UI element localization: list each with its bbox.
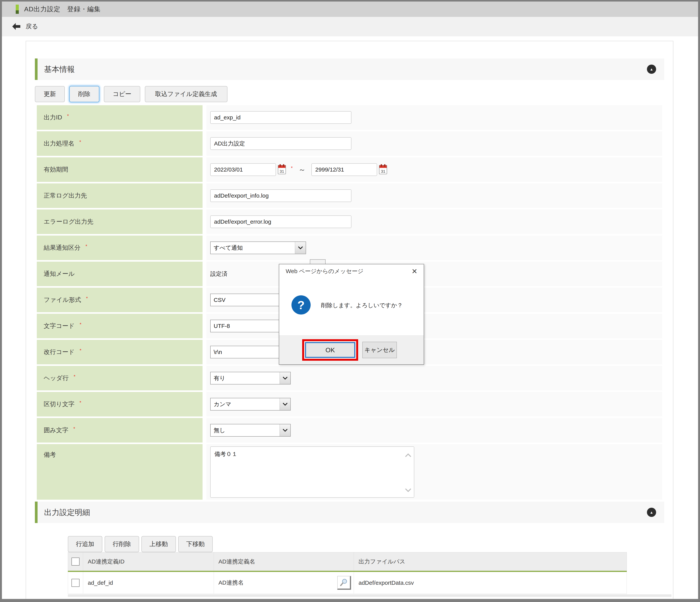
output-id-input[interactable] — [210, 111, 351, 124]
required-mark: * — [67, 113, 69, 119]
newline-select[interactable]: \r\n — [210, 346, 291, 358]
required-mark: * — [291, 166, 293, 171]
info-log-label: 正常ログ出力先 — [44, 192, 87, 200]
note-textarea[interactable]: 備考０１ — [210, 446, 414, 498]
notify-type-select[interactable]: すべて通知 — [210, 242, 306, 254]
col-header-def-id: AD連携定義ID — [83, 552, 214, 571]
question-icon: ? — [292, 295, 310, 315]
add-row-button[interactable]: 行追加 — [68, 536, 102, 552]
required-mark: * — [74, 374, 75, 379]
ok-button[interactable]: OK — [305, 342, 355, 358]
row-valid-period: 有効期間 31 * ～ 31 — [37, 157, 662, 182]
search-icon — [340, 578, 348, 587]
move-up-button[interactable]: 上移動 — [142, 536, 176, 552]
row-notify-type: 結果通知区分* すべて通知 — [37, 235, 662, 260]
chevron-down-icon — [280, 424, 290, 436]
app-window: AD出力設定 登録・編集 戻る 基本情報 ▲ 更新 削除 コピー 取込ファイル定… — [0, 0, 700, 602]
row-delimiter: 区切り文字* カンマ — [37, 392, 662, 417]
charset-label: 文字コード — [44, 322, 75, 330]
search-picker-button[interactable] — [337, 576, 351, 590]
detail-toolbar: 行追加 行削除 上移動 下移動 — [68, 536, 664, 552]
table-row: ad_def_id AD連携名 adDef/exportData.csv — [68, 572, 627, 594]
delimiter-label: 区切り文字 — [44, 400, 75, 408]
basic-action-buttons: 更新 削除 コピー 取込ファイル定義生成 — [35, 86, 664, 102]
calendar-icon[interactable]: 31 — [379, 165, 387, 174]
update-button[interactable]: 更新 — [35, 86, 65, 102]
cell-def-name: AD連携名 — [219, 579, 244, 587]
output-name-input[interactable] — [210, 137, 351, 150]
back-bar: 戻る — [2, 17, 698, 36]
row-note: 備考 備考０１ — [37, 444, 662, 500]
table-scrollbar-track[interactable] — [68, 594, 671, 597]
dialog-footer: OK キャンセル — [279, 335, 424, 365]
error-log-input[interactable] — [210, 216, 351, 228]
row-header-row: ヘッダ行* 有り — [37, 366, 662, 391]
detail-section-title: 出力設定明細 — [44, 507, 90, 518]
dialog-message: 削除します。よろしいですか？ — [321, 295, 403, 315]
required-mark: * — [85, 244, 87, 249]
chevron-down-icon — [280, 398, 290, 410]
cell-def-id: ad_def_id — [83, 572, 214, 594]
delimiter-select[interactable]: カンマ — [210, 398, 291, 410]
quote-char-label: 囲み文字 — [44, 426, 68, 434]
period-to-input[interactable] — [311, 163, 377, 176]
period-from-input[interactable] — [210, 163, 276, 176]
collapse-basic-icon[interactable]: ▲ — [647, 65, 656, 74]
required-mark: * — [73, 426, 75, 431]
period-label: 有効期間 — [44, 166, 68, 174]
required-mark: * — [79, 139, 81, 145]
select-all-checkbox[interactable] — [72, 557, 79, 566]
notify-mail-label: 通知メール — [44, 270, 75, 278]
copy-button[interactable]: コピー — [104, 86, 140, 102]
info-log-input[interactable] — [210, 190, 351, 202]
delete-button[interactable]: 削除 — [69, 86, 99, 102]
page-title-icon — [16, 5, 19, 14]
generate-import-def-button[interactable]: 取込ファイル定義生成 — [145, 86, 227, 102]
dialog-body: ? 削除します。よろしいですか？ — [279, 278, 424, 315]
header-row-select[interactable]: 有り — [210, 372, 291, 384]
detail-section-header: 出力設定明細 ▲ — [35, 502, 664, 523]
cell-file-path: adDef/exportData.csv — [354, 572, 627, 594]
period-tilde: ～ — [298, 165, 306, 175]
delete-row-button[interactable]: 行削除 — [105, 536, 139, 552]
collapse-detail-icon[interactable]: ▲ — [647, 508, 656, 517]
detail-table-header: AD連携定義ID AD連携定義名 出力ファイルパス — [68, 552, 627, 571]
required-mark: * — [79, 400, 81, 405]
row-error-log: エラーログ出力先 — [37, 209, 662, 234]
close-icon[interactable]: × — [412, 267, 417, 276]
row-output-name: 出力処理名* — [37, 131, 662, 156]
detail-table: AD連携定義ID AD連携定義名 出力ファイルパス — [68, 552, 627, 571]
output-name-label: 出力処理名 — [44, 139, 74, 148]
notify-type-label: 結果通知区分 — [44, 244, 80, 252]
row-output-id: 出力ID* — [37, 105, 662, 130]
required-mark: * — [80, 348, 81, 353]
scroll-up-icon[interactable] — [405, 453, 411, 457]
quote-char-select[interactable]: 無し — [210, 424, 291, 436]
row-info-log: 正常ログ出力先 — [37, 183, 662, 208]
required-mark: * — [86, 296, 88, 301]
basic-section-title: 基本情報 — [44, 64, 75, 75]
calendar-icon[interactable]: 31 — [278, 165, 286, 174]
error-log-label: エラーログ出力先 — [44, 218, 93, 226]
header-row-label: ヘッダ行 — [44, 374, 69, 382]
output-id-label: 出力ID — [44, 113, 62, 122]
file-format-select[interactable]: CSV — [210, 294, 291, 306]
dialog-title: Web ページからのメッセージ — [286, 267, 412, 275]
back-link[interactable]: 戻る — [26, 22, 38, 31]
back-arrow-icon[interactable] — [12, 23, 21, 30]
chevron-down-icon — [280, 372, 290, 384]
ok-annotation-box: OK — [302, 339, 358, 361]
page-title: AD出力設定 登録・編集 — [24, 5, 101, 14]
move-down-button[interactable]: 下移動 — [178, 536, 213, 552]
row-quote-char: 囲み文字* 無し — [37, 418, 662, 443]
scroll-down-icon[interactable] — [405, 488, 411, 493]
row-checkbox[interactable] — [72, 579, 79, 587]
file-format-label: ファイル形式 — [44, 296, 81, 304]
note-label: 備考 — [44, 451, 56, 459]
cancel-button[interactable]: キャンセル — [362, 342, 397, 358]
chevron-down-icon — [295, 242, 306, 254]
newline-label: 改行コード — [44, 348, 75, 356]
col-header-file-path: 出力ファイルパス — [354, 552, 627, 571]
dialog-title-bar: Web ページからのメッセージ × — [279, 264, 424, 278]
charset-select[interactable]: UTF-8 — [210, 320, 291, 332]
